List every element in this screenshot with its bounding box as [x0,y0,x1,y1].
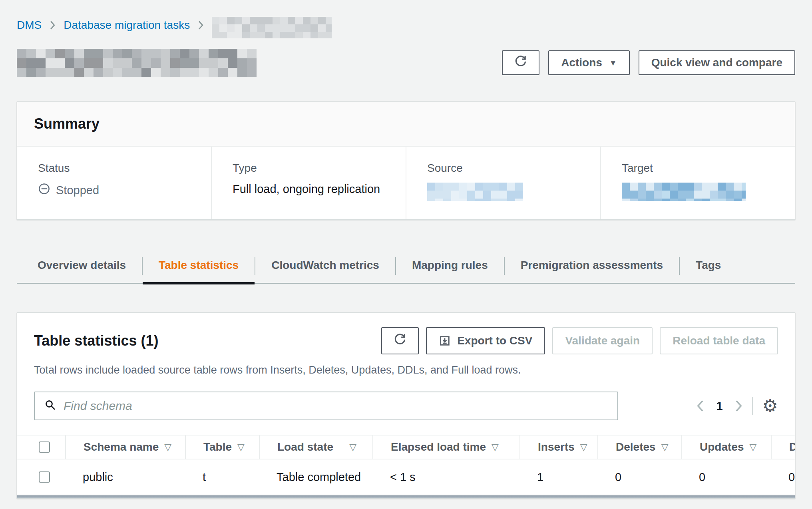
validate-button-label: Validate again [565,334,640,347]
target-label: Target [622,162,787,175]
summary-grid: Status Stopped Type Full load, ongoing r… [17,147,795,219]
dms-task-page: DMS Database migration tasks Actions ▼ [0,0,812,499]
pagination: 1 [697,400,742,413]
summary-field-type: Type Full load, ongoing replication [211,147,406,219]
cell-deletes: 0 [597,459,681,495]
column-header-inserts[interactable]: Inserts ▽ [519,435,597,459]
tab-mapping-rules[interactable]: Mapping rules [396,249,504,283]
quick-view-compare-button[interactable]: Quick view and compare [639,50,795,75]
summary-card-header: Summary [17,102,795,147]
filter-icon: ▽ [580,442,587,453]
schema-search-input[interactable] [64,399,608,413]
download-icon [439,335,451,347]
toolbar-divider [752,397,753,415]
chevron-right-icon [198,20,204,30]
type-value: Full load, ongoing replication [233,183,398,196]
previous-page-icon [697,400,704,412]
summary-field-source: Source [406,147,600,219]
cell-updates: 0 [681,459,771,495]
next-page-icon [735,400,742,412]
column-header-load-state[interactable]: Load state ▽ [259,435,372,459]
tab-overview-details[interactable]: Overview details [22,249,142,283]
column-header-updates[interactable]: Updates ▽ [681,435,771,459]
row-checkbox[interactable] [39,471,50,483]
source-value-redacted-link[interactable] [427,183,523,201]
breadcrumb: DMS Database migration tasks [17,12,795,38]
page-header: Actions ▼ Quick view and compare [17,49,795,77]
tab-table-statistics[interactable]: Table statistics [143,249,255,283]
cell-load-state: Table completed [259,459,372,495]
caret-down-icon: ▼ [609,59,617,67]
cell-inserts: 1 [519,459,597,495]
search-icon [44,399,56,413]
cell-clipped: 0 [771,459,795,495]
breadcrumb-current-redacted [212,17,332,38]
reload-table-data-button-disabled: Reload table data [660,327,778,354]
actions-button[interactable]: Actions ▼ [548,50,630,75]
filter-icon: ▽ [492,442,499,453]
table-statistics-table: Schema name ▽ Table ▽ Load state ▽ Elaps… [17,435,795,495]
filter-icon: ▽ [349,442,356,453]
tab-premigration-assessments[interactable]: Premigration assessments [505,249,679,283]
horizontal-scrollbar[interactable] [17,495,795,498]
column-header-schema-name[interactable]: Schema name ▽ [65,435,185,459]
refresh-icon [514,55,527,71]
breadcrumb-link-dms[interactable]: DMS [17,19,42,32]
quick-view-label: Quick view and compare [651,56,782,69]
export-to-csv-button[interactable]: Export to CSV [426,327,545,354]
reload-button-label: Reload table data [673,334,765,347]
table-header-row: Schema name ▽ Table ▽ Load state ▽ Elaps… [17,435,795,459]
column-header-elapsed-load-time[interactable]: Elapsed load time ▽ [372,435,519,459]
table-toolbar: 1 ⚙ [34,392,778,420]
filter-icon: ▽ [164,442,171,453]
summary-title: Summary [34,115,778,132]
tab-tags[interactable]: Tags [680,249,737,283]
column-header-deletes[interactable]: Deletes ▽ [597,435,681,459]
validate-again-button-disabled: Validate again [552,327,653,354]
table-refresh-button[interactable] [381,327,419,354]
table-statistics-description: Total rows include loaded source table r… [34,364,778,376]
header-actions: Actions ▼ Quick view and compare [502,50,795,75]
cell-schema-name: public [65,459,185,495]
page-number[interactable]: 1 [716,400,722,413]
summary-card: Summary Status Stopped Type Full load, o… [17,101,795,220]
summary-field-status: Status Stopped [17,147,211,219]
column-header-table[interactable]: Table ▽ [185,435,259,459]
target-value-redacted-link[interactable] [622,183,746,201]
status-value: Stopped [56,184,99,197]
task-detail-tabs: Overview details Table statistics CloudW… [17,249,795,284]
table-statistics-actions: Export to CSV Validate again Reload tabl… [381,327,778,354]
export-button-label: Export to CSV [457,334,532,347]
table-row: public t Table completed < 1 s 1 0 0 0 [17,459,795,495]
refresh-button[interactable] [502,50,539,75]
status-label: Status [38,162,203,175]
select-all-checkbox[interactable] [39,441,50,453]
summary-field-target: Target [600,147,795,219]
type-label: Type [233,162,398,175]
source-label: Source [427,162,592,175]
cell-elapsed-load-time: < 1 s [372,459,519,495]
filter-icon: ▽ [661,442,669,453]
cell-table: t [185,459,259,495]
refresh-icon [393,333,407,349]
schema-search-box[interactable] [34,392,618,420]
page-title-redacted [17,49,257,77]
gear-icon[interactable]: ⚙ [762,397,778,415]
column-header-clipped[interactable]: D [771,435,795,459]
actions-button-label: Actions [561,56,602,69]
table-statistics-panel: Table statistics (1) [17,312,795,499]
filter-icon: ▽ [237,442,245,453]
table-statistics-title: Table statistics (1) [34,332,158,349]
breadcrumb-link-tasks[interactable]: Database migration tasks [64,19,190,32]
chevron-right-icon [50,20,56,30]
filter-icon: ▽ [749,442,756,453]
tab-cloudwatch-metrics[interactable]: CloudWatch metrics [255,249,395,283]
stopped-status-icon [38,183,50,198]
